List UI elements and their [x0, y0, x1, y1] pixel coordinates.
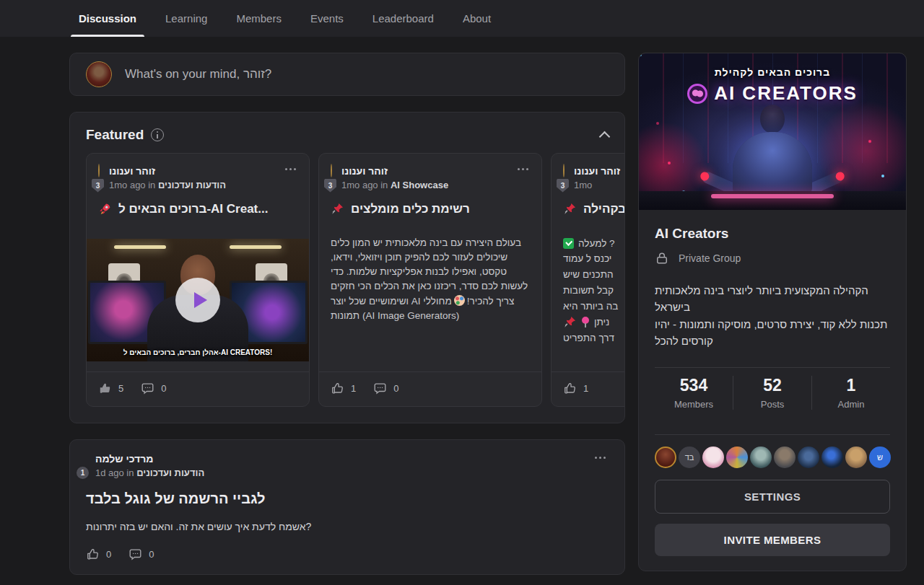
author-name[interactable]: זוהר וענונו [109, 164, 226, 179]
post-menu-button[interactable] [592, 454, 609, 462]
group-cover-image[interactable]: ברוכים הבאים לקהילת AI CREATORS [639, 53, 906, 210]
author-avatar[interactable]: 3 [98, 164, 100, 190]
tab-members[interactable]: Members [227, 0, 291, 37]
glowing-keyboard [711, 194, 834, 198]
comment-count: 0 [149, 549, 154, 560]
banner-welcome-text: ברוכים הבאים לקהילת [639, 66, 906, 78]
tab-label: About [463, 12, 491, 25]
lock-icon [655, 251, 669, 265]
level-badge: 1 [75, 465, 90, 480]
post-body[interactable]: בעולם היצירה עם בינה מלאכותית יש המון כל… [319, 236, 541, 324]
featured-post-card[interactable]: 3 זוהר וענונו 1mo איך מתמצאים בקהילה למע… [551, 153, 625, 407]
check-icon [563, 238, 574, 249]
like-button[interactable] [98, 382, 112, 395]
featured-post-card[interactable]: 3 זוהר וענונו 1mo ago in AI Showcase רשי… [318, 153, 542, 407]
post-body[interactable]: למעלה ? יכנס ל עמוד התכנים שיש קבל תשובו… [552, 236, 625, 346]
tab-discussion[interactable]: Discussion [69, 0, 146, 37]
member-avatar[interactable] [774, 447, 796, 468]
post-title[interactable]: רשימת כלים מומלצים [351, 202, 470, 216]
composer-prompt[interactable]: What's on your mind, זוהר? [125, 67, 271, 82]
pushpin-icon [331, 202, 344, 216]
like-count: 1 [351, 383, 356, 394]
level-badge: 3 [324, 179, 336, 193]
tab-label: Members [236, 12, 282, 25]
member-avatar[interactable] [821, 447, 843, 468]
tab-label: Events [310, 12, 344, 25]
member-avatar[interactable] [726, 447, 748, 468]
current-user-avatar[interactable] [86, 61, 112, 87]
member-avatar-initials[interactable]: ש [869, 447, 891, 468]
banner-sparks [639, 53, 642, 56]
tab-events[interactable]: Events [301, 0, 353, 37]
avatar [331, 164, 332, 177]
post-timestamp: 1d ago in [95, 467, 134, 478]
pushpin-icon [563, 315, 577, 329]
brain-logo-icon [687, 84, 707, 104]
post-composer[interactable]: What's on your mind, זוהר? [69, 53, 625, 96]
member-avatar[interactable] [750, 447, 772, 468]
space-link[interactable]: הודעות ועדכונים [158, 180, 226, 190]
studio-light [230, 245, 282, 249]
like-button[interactable] [563, 382, 577, 395]
author-name[interactable]: זוהר וענונו [574, 164, 620, 179]
invite-members-button[interactable]: INVITE MEMBERS [655, 524, 890, 556]
member-avatar[interactable] [655, 447, 676, 468]
comment-button[interactable] [141, 382, 154, 395]
author-avatar[interactable]: 3 [563, 164, 565, 190]
play-button[interactable] [175, 278, 220, 322]
post-title[interactable]: ברוכים הבאים ל-AI Creat... [118, 202, 268, 216]
post-title[interactable]: לגביי הרשמה של גוגל בלבד [86, 491, 609, 507]
featured-post-card[interactable]: 3 זוהר וענונו 1mo ago in הודעות ועדכונים… [86, 153, 310, 407]
banner-desk [639, 191, 906, 210]
collapse-chevron-up-icon[interactable] [599, 131, 611, 142]
comment-button[interactable] [373, 382, 387, 395]
tab-about[interactable]: About [453, 0, 500, 37]
like-button[interactable] [331, 382, 344, 395]
banner-figure [704, 107, 841, 194]
divider [655, 434, 890, 435]
post-menu-button[interactable] [282, 165, 299, 173]
post-menu-button[interactable] [515, 165, 531, 173]
tab-label: Learning [165, 12, 207, 25]
author-name[interactable]: מרדכי שלמה [95, 452, 204, 467]
tab-learning[interactable]: Learning [156, 0, 217, 37]
pushpin-icon [563, 202, 577, 216]
author-avatar[interactable]: 3 [331, 164, 332, 190]
video-thumbnail[interactable]: אהלן חברים, ברוכים הבאים ל-AI CREATORS! [87, 239, 309, 361]
like-count: 1 [583, 383, 588, 394]
like-count: 5 [118, 383, 123, 394]
tab-leaderboard[interactable]: Leaderboard [363, 0, 443, 37]
member-avatar[interactable] [845, 447, 867, 468]
post-body[interactable]: אשמח לדעת איך עושים את זה. והאם יש בזה י… [86, 521, 609, 532]
member-avatar-initials[interactable]: בד [679, 447, 700, 468]
round-pin-icon [581, 317, 590, 328]
post-timestamp: 1mo ago in [109, 180, 155, 190]
member-avatar[interactable] [798, 447, 819, 468]
space-link[interactable]: הודעות ועדכונים [136, 467, 204, 478]
settings-button[interactable]: SETTINGS [655, 480, 890, 514]
group-info-card: ברוכים הבאים לקהילת AI CREATORS AI Creat… [638, 53, 907, 571]
palette-icon [454, 295, 465, 306]
like-button[interactable] [86, 547, 100, 561]
post-timestamp: 1mo ago in [341, 180, 388, 190]
group-stats: 534 Members 52 Posts 1 Admin [655, 368, 890, 416]
level-badge: 3 [92, 179, 104, 193]
avatar [98, 164, 100, 177]
featured-section: Featured 3 זוהר וענונו 1mo ago in הודעות [69, 112, 625, 423]
featured-title: Featured [86, 127, 144, 143]
banner-brand-text: AI CREATORS [714, 82, 858, 105]
feed-post-card[interactable]: 1 מרדכי שלמה 1d ago in הודעות ועדכונים ל… [69, 439, 625, 575]
avatar [563, 164, 565, 177]
space-link[interactable]: AI Showcase [391, 180, 448, 190]
stat-posts[interactable]: 52 Posts [733, 376, 811, 410]
stat-members[interactable]: 534 Members [655, 376, 733, 410]
like-count: 0 [106, 549, 111, 560]
member-avatar[interactable] [702, 447, 724, 468]
tab-label: Discussion [79, 12, 136, 25]
info-icon[interactable] [151, 128, 164, 141]
tab-label: Leaderboard [372, 12, 434, 25]
post-title[interactable]: איך מתמצאים בקהילה [583, 202, 625, 216]
stat-admin[interactable]: 1 Admin [811, 376, 890, 410]
author-name[interactable]: זוהר וענונו [341, 164, 448, 179]
comment-button[interactable] [128, 547, 142, 561]
